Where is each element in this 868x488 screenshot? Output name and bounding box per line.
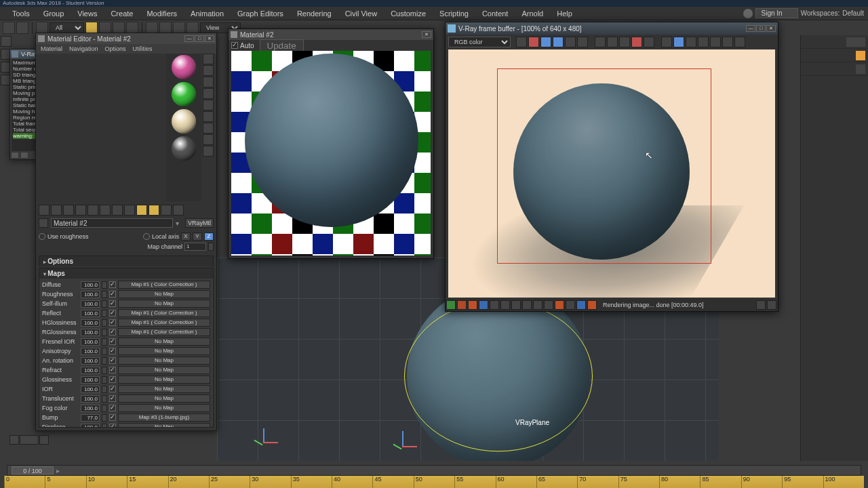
map-channel-spinner[interactable]: 1 xyxy=(184,243,206,251)
ruler-tick[interactable]: 15 xyxy=(127,476,167,488)
mated-minimize[interactable]: — xyxy=(184,35,194,42)
map-enable-checkbox[interactable] xyxy=(109,357,116,364)
menu-views[interactable]: Views xyxy=(71,8,104,19)
mated-menu-options[interactable]: Options xyxy=(102,45,129,52)
put-to-library-button[interactable] xyxy=(112,205,123,216)
vp-layout-button[interactable] xyxy=(20,435,39,445)
menu-civil-view[interactable]: Civil View xyxy=(338,8,384,19)
dropdown-arrow-icon[interactable]: ▾ xyxy=(176,220,182,227)
map-amount[interactable]: 100.0 xyxy=(81,319,100,327)
status-ipr[interactable] xyxy=(479,300,488,310)
status-btn[interactable] xyxy=(511,300,521,310)
mated-maximize[interactable]: □ xyxy=(195,35,204,42)
map-spinner[interactable] xyxy=(102,424,107,428)
status-stop[interactable] xyxy=(457,300,467,310)
status-btn[interactable] xyxy=(544,300,553,310)
map-amount[interactable]: 77.0 xyxy=(81,414,100,422)
map-slot-button[interactable]: No Map xyxy=(118,423,210,428)
status-pause[interactable] xyxy=(468,300,477,310)
ruler-tick[interactable]: 10 xyxy=(86,476,127,488)
background-button[interactable] xyxy=(203,77,214,87)
make-preview-button[interactable] xyxy=(203,111,214,122)
options-button[interactable] xyxy=(203,123,214,134)
status-btn[interactable] xyxy=(522,300,532,310)
map-amount[interactable]: 100.0 xyxy=(81,291,100,298)
auto-checkbox[interactable] xyxy=(231,42,238,49)
ruler-tick[interactable]: 65 xyxy=(536,476,577,488)
menu-animation[interactable]: Animation xyxy=(184,8,231,19)
vfb-last-button[interactable] xyxy=(644,37,654,47)
ruler-tick[interactable]: 70 xyxy=(577,476,618,488)
backlight-button[interactable] xyxy=(203,65,214,76)
go-forward-button[interactable] xyxy=(173,205,184,216)
make-unique-button[interactable] xyxy=(100,205,111,216)
render-region-box[interactable] xyxy=(497,68,711,264)
vfb-close[interactable]: ✕ xyxy=(766,25,776,32)
time-ruler[interactable]: 0510152025303540455055606570758085909510… xyxy=(4,476,864,488)
map-slot-button[interactable]: Map #1 ( Color Correction ) xyxy=(118,281,210,289)
vfb-a-button[interactable] xyxy=(565,37,576,47)
map-slot-button[interactable]: No Map xyxy=(118,385,210,393)
map-enable-checkbox[interactable] xyxy=(109,300,116,307)
map-amount[interactable]: 100.0 xyxy=(81,329,100,336)
map-spinner[interactable] xyxy=(102,405,107,412)
vfb-compare-button[interactable] xyxy=(698,37,709,47)
map-amount[interactable]: 100.0 xyxy=(81,348,100,355)
map-spinner[interactable] xyxy=(102,291,107,298)
time-slider[interactable]: 0 / 100 ▸ xyxy=(7,465,861,476)
show-end-result-button[interactable] xyxy=(149,205,159,216)
sample-slot-3[interactable] xyxy=(172,109,196,134)
map-amount[interactable]: 100.0 xyxy=(81,357,100,365)
menu-modifiers[interactable]: Modifiers xyxy=(140,8,184,19)
map-enable-checkbox[interactable] xyxy=(109,310,116,317)
map-slot-button[interactable]: No Map xyxy=(118,338,210,346)
menu-group[interactable]: Group xyxy=(37,8,71,19)
map-slot-button[interactable]: Map #1 ( Color Correction ) xyxy=(118,319,210,327)
vp-next-button[interactable] xyxy=(39,435,49,445)
scroll-thumb[interactable] xyxy=(20,152,28,159)
status-btn[interactable] xyxy=(490,300,499,310)
map-spinner[interactable] xyxy=(102,367,107,374)
map-amount[interactable]: 100.0 xyxy=(81,386,100,393)
ruler-tick[interactable]: 60 xyxy=(496,476,536,488)
map-slot-button[interactable]: No Map xyxy=(118,300,210,308)
vfb-minimize[interactable]: — xyxy=(746,25,755,32)
sample-slot-4[interactable] xyxy=(172,136,196,161)
map-slot-button[interactable]: Map #1 ( Color Correction ) xyxy=(118,328,210,336)
menu-help[interactable]: Help xyxy=(550,8,579,19)
vfb-mono-button[interactable] xyxy=(577,37,588,47)
frame-indicator[interactable]: 0 / 100 xyxy=(12,466,54,474)
map-enable-checkbox[interactable] xyxy=(109,424,116,428)
matpre-close[interactable]: ✕ xyxy=(422,31,431,38)
map-spinner[interactable] xyxy=(102,386,107,393)
sample-slot-2[interactable] xyxy=(172,82,196,106)
map-enable-checkbox[interactable] xyxy=(109,367,116,373)
get-material-button[interactable] xyxy=(39,205,50,216)
maps-header[interactable]: Maps xyxy=(39,268,213,279)
material-type-button[interactable]: VRayMtl xyxy=(185,218,214,228)
map-slot-button[interactable]: No Map xyxy=(118,357,210,365)
map-slot-button[interactable]: No Map xyxy=(118,290,210,298)
sign-in-button[interactable]: Sign In xyxy=(755,8,798,18)
menu-create[interactable]: Create xyxy=(104,8,140,19)
axis-x-button[interactable]: X xyxy=(181,232,191,241)
ruler-tick[interactable]: 35 xyxy=(291,476,332,488)
ruler-tick[interactable]: 55 xyxy=(454,476,495,488)
vfb-save-button[interactable] xyxy=(516,37,527,47)
map-slot-button[interactable]: No Map xyxy=(118,347,210,355)
status-btn[interactable] xyxy=(576,300,586,310)
select-by-mat-button[interactable] xyxy=(203,134,214,145)
status-h-button[interactable] xyxy=(555,300,564,310)
map-enable-checkbox[interactable] xyxy=(109,329,116,336)
scroll-left[interactable] xyxy=(11,152,19,159)
status-btn[interactable] xyxy=(533,300,542,310)
ruler-tick[interactable]: 40 xyxy=(332,476,372,488)
map-spinner[interactable] xyxy=(102,300,107,308)
map-amount[interactable]: 100.0 xyxy=(81,424,100,428)
status-btn[interactable] xyxy=(500,300,510,310)
update-button[interactable]: Update xyxy=(260,39,304,52)
material-name-input[interactable] xyxy=(51,218,173,228)
map-enable-checkbox[interactable] xyxy=(109,291,116,298)
put-to-scene-button[interactable] xyxy=(51,205,62,216)
vfb-render-area[interactable]: ↖ xyxy=(448,49,775,298)
